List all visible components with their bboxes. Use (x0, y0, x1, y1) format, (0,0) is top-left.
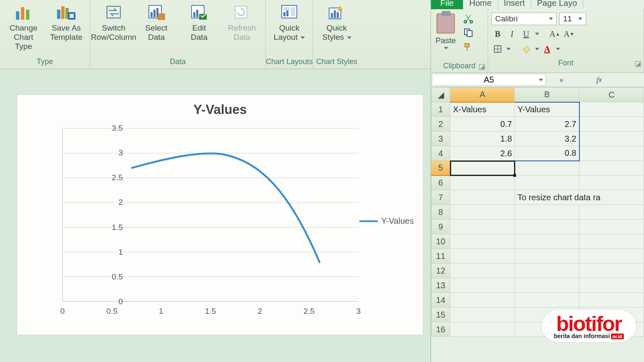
cell[interactable] (579, 293, 644, 308)
font-size-combo[interactable]: 11 (559, 13, 586, 25)
cell[interactable] (515, 264, 579, 278)
dialog-launcher-icon[interactable] (635, 61, 641, 67)
save-as-template-button[interactable]: Save As Template (47, 2, 86, 42)
row-header[interactable]: 11 (431, 249, 450, 264)
cell[interactable] (515, 220, 579, 234)
chevron-down-icon[interactable] (535, 48, 539, 50)
cell-B4[interactable]: 0.8 (515, 146, 579, 161)
row-header[interactable]: 7 (431, 190, 450, 205)
quick-styles-button[interactable]: Quick Styles (317, 2, 356, 42)
cell[interactable] (579, 278, 644, 293)
tab-file-2[interactable]: File (431, 0, 463, 9)
cell[interactable] (579, 264, 644, 278)
cell[interactable] (450, 293, 515, 308)
cell[interactable] (450, 264, 515, 278)
cell[interactable] (579, 176, 644, 190)
row-header[interactable]: 6 (431, 176, 450, 190)
cell-C1[interactable] (579, 102, 644, 117)
chart-title[interactable]: Y-Values (17, 95, 423, 117)
cell-C3[interactable] (579, 132, 644, 146)
cell[interactable] (450, 249, 515, 264)
row-header[interactable]: 2 (431, 117, 450, 132)
bold-button[interactable]: B (491, 28, 504, 40)
cell[interactable] (515, 176, 579, 190)
cell[interactable] (515, 249, 579, 264)
tab-home-2[interactable]: Home (463, 0, 498, 9)
cell-A5[interactable] (450, 161, 515, 176)
cell-B1[interactable]: Y-Values (515, 102, 579, 117)
cell[interactable] (579, 234, 644, 249)
chart-legend[interactable]: Y-Values (359, 216, 414, 226)
change-chart-type-button[interactable]: Change Chart Type (4, 2, 43, 51)
tab-insert-2[interactable]: Insert (498, 0, 531, 9)
cell-B7[interactable]: To resize chart data ra (515, 190, 644, 205)
dialog-launcher-icon[interactable] (479, 64, 485, 70)
select-data-button[interactable]: Select Data (137, 2, 176, 42)
cell-C4[interactable] (579, 146, 644, 161)
row-header[interactable]: 4 (431, 146, 450, 161)
cell[interactable] (579, 249, 644, 264)
underline-button[interactable]: U (520, 28, 532, 40)
row-header[interactable]: 5 (431, 161, 450, 176)
row-header[interactable]: 12 (431, 264, 450, 278)
switch-row-column-button[interactable]: Switch Row/Column (94, 2, 133, 42)
font-name-combo[interactable]: Calibri (491, 13, 557, 25)
fx-label[interactable]: fx (593, 74, 605, 86)
shrink-font-button[interactable]: A▼ (563, 28, 575, 40)
cell-B2[interactable]: 2.7 (515, 117, 579, 132)
row-header[interactable]: 10 (431, 234, 450, 249)
cell-A1[interactable]: X-Values (450, 102, 515, 117)
cell[interactable] (579, 205, 644, 220)
cell[interactable] (515, 278, 579, 293)
row-header[interactable]: 14 (431, 293, 450, 308)
paste-button[interactable]: Paste (431, 9, 460, 60)
row-header[interactable]: 1 (431, 102, 450, 117)
col-header-C[interactable]: C (579, 88, 644, 102)
row-header[interactable]: 3 (431, 132, 450, 146)
fill-color-button[interactable] (520, 43, 532, 55)
insert-function-icon[interactable]: ● (555, 74, 568, 86)
cell[interactable] (450, 176, 515, 190)
chevron-down-icon[interactable] (535, 33, 539, 35)
select-all-corner[interactable]: ◢ (431, 88, 450, 102)
row-header[interactable]: 16 (431, 322, 450, 337)
cell[interactable] (450, 220, 515, 234)
cell-B3[interactable]: 3.2 (515, 132, 579, 146)
edit-data-button[interactable]: Edit Data (180, 2, 218, 42)
borders-button[interactable] (491, 43, 504, 55)
name-box[interactable]: A5 (432, 74, 546, 86)
cell-C5[interactable] (579, 161, 644, 176)
grow-font-button[interactable]: A▲ (548, 28, 561, 40)
cell-C2[interactable] (579, 117, 644, 132)
chart-object[interactable]: Y-Values 3.5 3 2.5 2 1.5 1 0.5 0 0 0.5 1… (17, 94, 423, 335)
cell[interactable] (515, 234, 579, 249)
format-painter-icon[interactable] (463, 42, 474, 52)
copy-icon[interactable] (463, 28, 474, 38)
row-header[interactable]: 9 (431, 220, 450, 234)
cell-A4[interactable]: 2.6 (450, 146, 515, 161)
row-header[interactable]: 8 (431, 205, 450, 220)
cell[interactable] (515, 293, 579, 308)
italic-button[interactable]: I (506, 28, 518, 40)
cut-icon[interactable] (463, 13, 474, 23)
cell[interactable] (450, 234, 515, 249)
cell-A2[interactable]: 0.7 (450, 117, 515, 132)
row-header[interactable]: 13 (431, 278, 450, 293)
col-header-B[interactable]: B (515, 88, 579, 102)
cell[interactable] (450, 308, 515, 322)
chevron-down-icon[interactable] (556, 48, 560, 50)
cell[interactable] (450, 322, 515, 337)
chevron-down-icon[interactable] (506, 48, 511, 50)
cell-A3[interactable]: 1.8 (450, 132, 515, 146)
cell[interactable] (450, 278, 515, 293)
quick-layout-button[interactable]: Quick Layout (270, 2, 309, 42)
font-color-button[interactable]: A (541, 43, 553, 55)
cell[interactable] (450, 190, 515, 205)
col-header-A[interactable]: A (450, 88, 515, 102)
cell[interactable] (579, 220, 644, 234)
row-header[interactable]: 15 (431, 308, 450, 322)
worksheet-grid[interactable]: ◢ A B C 1 X-Values Y-Values 2 0.7 2.7 3 … (431, 87, 644, 337)
cell[interactable] (515, 205, 579, 220)
tab-page-layout-2[interactable]: Page Layo (531, 0, 584, 9)
cell-B5[interactable] (515, 161, 579, 176)
